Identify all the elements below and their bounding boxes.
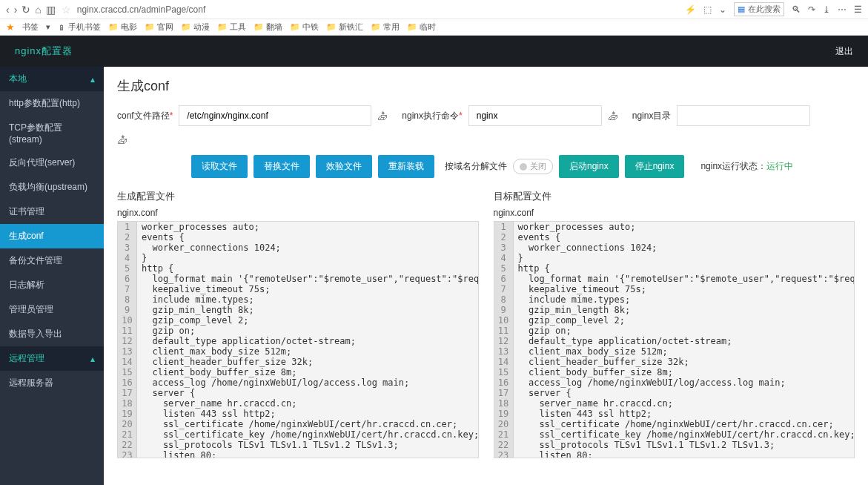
- conf-path-input[interactable]: [179, 105, 371, 126]
- upload-icon[interactable]: 📤︎: [117, 133, 128, 146]
- line-content: gzip on;: [137, 326, 478, 336]
- code-line: 3 worker_connections 1024;: [118, 242, 478, 253]
- nginx-dir-input[interactable]: [677, 105, 810, 126]
- read-file-button[interactable]: 读取文件: [191, 155, 248, 178]
- code-line: 18 server_name hr.craccd.cn;: [494, 398, 855, 409]
- line-content: worker_processes auto;: [514, 222, 855, 232]
- star-icon[interactable]: ☆: [62, 4, 71, 16]
- bookmark-mobile[interactable]: 📱︎手机书签: [58, 22, 101, 33]
- bookmark-folder-1[interactable]: 📁官网: [145, 22, 173, 33]
- code-editor-right[interactable]: 1worker_processes auto;2events {3 worker…: [494, 221, 855, 458]
- code-line: 7 keepalive_timeout 75s;: [118, 284, 478, 294]
- download-icon[interactable]: ⤓: [823, 4, 830, 15]
- refresh-icon[interactable]: ↻: [21, 4, 30, 16]
- switch-off-label: 关闭: [530, 161, 546, 172]
- code-line: 21 ssl_certificate_key /home/nginxWebUI/…: [118, 429, 478, 440]
- more-icon[interactable]: ⋯: [838, 4, 847, 15]
- sidebar-item-import[interactable]: 数据导入导出: [0, 322, 104, 346]
- stop-nginx-button[interactable]: 停止nginx: [625, 155, 685, 178]
- sidebar-group-remote[interactable]: 远程管理 ▴: [0, 346, 104, 371]
- code-line: 1worker_processes auto;: [494, 222, 855, 232]
- sidebar-item-http[interactable]: http参数配置(http): [0, 91, 104, 116]
- upload-icon[interactable]: 📤︎: [608, 110, 619, 122]
- line-number: 17: [118, 388, 137, 398]
- bookmark-folder-4[interactable]: 📁翻墙: [254, 22, 282, 33]
- line-content: client_body_buffer_size 8m;: [514, 367, 855, 377]
- line-content: listen 443 ssl http2;: [137, 409, 478, 419]
- forward-icon[interactable]: ›: [14, 4, 18, 16]
- line-number: 9: [494, 305, 514, 315]
- line-content: worker_connections 1024;: [514, 242, 855, 253]
- bookmarks-menu-icon[interactable]: ▾: [46, 22, 50, 32]
- chevron-down-icon[interactable]: ⌄: [719, 4, 726, 15]
- bolt-icon[interactable]: ⚡: [685, 4, 696, 15]
- upload-icon[interactable]: 📤︎: [377, 110, 388, 122]
- sidebar-item-admin[interactable]: 管理员管理: [0, 297, 104, 322]
- undo-icon[interactable]: ↷: [808, 4, 815, 15]
- editor-right: 目标配置文件 nginx.conf 1worker_processes auto…: [494, 190, 855, 458]
- sidebar-group-local[interactable]: 本地 ▴: [0, 67, 104, 91]
- line-number: 7: [494, 284, 514, 294]
- search-engine-icon: ▦: [738, 4, 745, 14]
- code-editor-left[interactable]: 1worker_processes auto;2events {3 worker…: [117, 221, 479, 458]
- code-line: 14 client_header_buffer_size 32k;: [494, 357, 855, 367]
- logout-link[interactable]: 退出: [835, 45, 853, 58]
- nginx-cmd-input[interactable]: [468, 105, 602, 126]
- line-number: 7: [118, 284, 137, 294]
- back-icon[interactable]: ‹: [6, 4, 10, 16]
- menu-icon[interactable]: ☰: [854, 4, 862, 15]
- reload-button[interactable]: 重新装载: [378, 155, 434, 178]
- network-icon[interactable]: ⬚: [703, 4, 712, 15]
- code-line: 8 include mime.types;: [118, 294, 478, 305]
- line-number: 8: [118, 294, 137, 305]
- sidebar-item-backup[interactable]: 备份文件管理: [0, 248, 104, 273]
- sidebar-item-log[interactable]: 日志解析: [0, 273, 104, 297]
- zoom-icon[interactable]: 🔍︎: [792, 4, 801, 15]
- tab-icon[interactable]: ▥: [46, 4, 56, 16]
- code-line: 17 server {: [118, 388, 478, 398]
- chevron-up-icon: ▴: [90, 354, 95, 364]
- editor-left-title: 生成配置文件: [117, 190, 479, 203]
- line-content: http {: [137, 263, 478, 274]
- phone-icon: 📱︎: [58, 23, 66, 32]
- bookmark-folder-6[interactable]: 📁新铁汇: [326, 22, 363, 33]
- line-content: ssl_certificate /home/nginxWebUI/cert/hr…: [137, 419, 478, 429]
- sidebar-item-upstream[interactable]: 负载均衡(upstream): [0, 175, 104, 199]
- bookmark-folder-2[interactable]: 📁动漫: [181, 22, 210, 33]
- check-file-button[interactable]: 效验文件: [316, 155, 372, 178]
- bookmark-folder-7[interactable]: 📁常用: [371, 22, 400, 33]
- line-content: server {: [514, 388, 855, 398]
- line-number: 15: [494, 367, 514, 377]
- line-content: include mime.types;: [137, 294, 478, 305]
- url-text[interactable]: nginx.craccd.cn/adminPage/conf: [77, 4, 205, 15]
- nginx-status: nginx运行状态：运行中: [700, 160, 793, 173]
- line-content: }: [514, 253, 855, 263]
- line-content: listen 443 ssl http2;: [514, 409, 855, 419]
- bookmarks-bar: ★ 书签 ▾ 📱︎手机书签 📁电影 📁官网 📁动漫 📁工具 📁翻墙 📁中铁 📁新…: [0, 19, 868, 36]
- sidebar-item-conf[interactable]: 生成conf: [0, 224, 104, 248]
- line-number: 12: [118, 336, 137, 346]
- sidebar-item-cert[interactable]: 证书管理: [0, 199, 104, 224]
- app-header: nginx配置器 退出: [0, 36, 868, 67]
- code-line: 22 ssl_protocols TLSv1 TLSv1.1 TLSv1.2 T…: [118, 440, 478, 450]
- sidebar-item-stream[interactable]: TCP参数配置(stream): [0, 116, 104, 151]
- bookmark-folder-5[interactable]: 📁中铁: [290, 22, 319, 33]
- sidebar-item-server[interactable]: 反向代理(server): [0, 151, 104, 175]
- split-switch[interactable]: 关闭: [513, 159, 553, 174]
- bookmark-folder-0[interactable]: 📁电影: [108, 22, 137, 33]
- sidebar-group-label: 远程管理: [9, 352, 44, 365]
- code-line: 16 access_log /home/nginxWebUI/log/acces…: [494, 377, 855, 388]
- home-icon[interactable]: ⌂: [35, 4, 41, 16]
- line-number: 13: [118, 346, 137, 357]
- start-nginx-button[interactable]: 启动nginx: [559, 155, 619, 178]
- line-number: 13: [494, 346, 514, 357]
- replace-file-button[interactable]: 替换文件: [254, 155, 310, 178]
- bookmarks-label[interactable]: 书签: [22, 22, 39, 33]
- sidebar-item-remote[interactable]: 远程服务器: [0, 371, 104, 395]
- line-number: 15: [118, 367, 137, 377]
- bookmark-folder-3[interactable]: 📁工具: [217, 22, 246, 33]
- line-content: gzip_min_length 8k;: [514, 305, 855, 315]
- search-box[interactable]: ▦ 在此搜索: [734, 2, 784, 16]
- folder-icon: 📁: [407, 22, 417, 32]
- bookmark-folder-8[interactable]: 📁临时: [407, 22, 436, 33]
